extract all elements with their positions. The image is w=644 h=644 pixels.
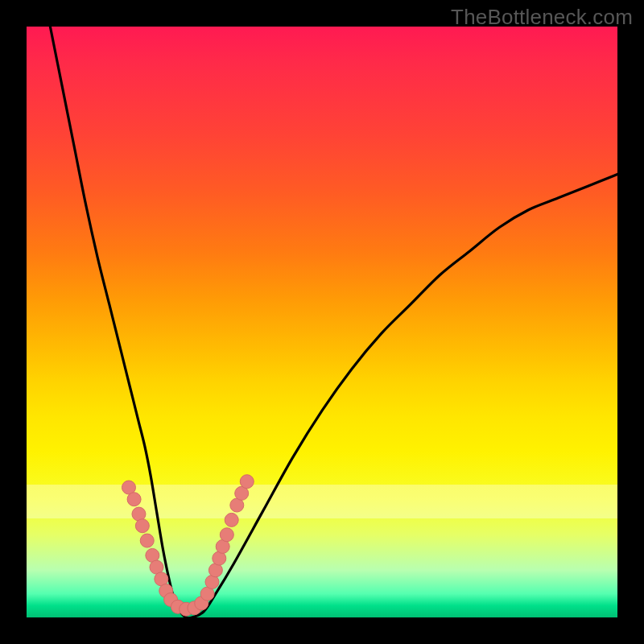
marker-dot — [127, 493, 141, 506]
marker-dot — [140, 534, 154, 547]
marker-dot — [225, 513, 238, 526]
bottleneck-curve — [50, 27, 617, 617]
marker-group — [122, 475, 254, 617]
marker-dot — [135, 519, 149, 533]
figure-frame: TheBottleneck.com — [0, 0, 644, 644]
watermark-text: TheBottleneck.com — [451, 5, 633, 30]
marker-dot — [240, 475, 254, 489]
plot-area — [27, 27, 617, 617]
marker-dot — [220, 528, 233, 542]
curve-layer — [27, 27, 617, 617]
